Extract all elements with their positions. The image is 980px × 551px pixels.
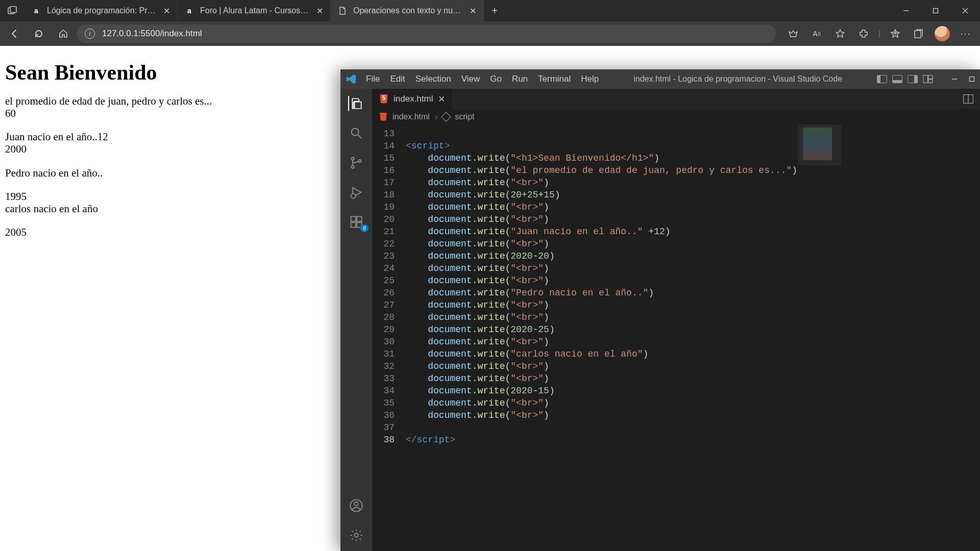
vscode-logo-icon [346,73,357,85]
close-icon[interactable]: ✕ [470,6,476,16]
browser-toolbar: i 127.0.0.1:5500/index.html A)) | ··· [0,21,980,46]
vscode-breadcrumb[interactable]: index.html › script [372,109,980,124]
svg-rect-23 [357,217,361,221]
toolbar-right: A)) | ··· [782,23,977,44]
favicon-alura-icon: a [32,6,41,15]
favicon-document-icon [338,6,347,15]
menu-run[interactable]: Run [512,74,528,84]
close-icon[interactable]: ✕ [163,6,170,16]
extensions-icon[interactable] [852,23,875,44]
svg-rect-13 [970,77,974,82]
breadcrumb-node: script [455,112,474,121]
vscode-code-editor[interactable]: 1314151617181920212223242526272829303132… [372,124,980,551]
tab-actions-button[interactable] [0,0,24,21]
svg-point-26 [354,533,358,537]
window-maximize-button[interactable] [969,76,975,82]
html5-icon [379,94,388,104]
new-tab-button[interactable]: + [484,0,505,21]
breadcrumb-file: index.html [393,112,430,121]
browser-titlebar: a Lógica de programación: Primer ✕ a For… [0,0,980,21]
layout-right-icon[interactable] [908,75,918,83]
svg-rect-9 [923,76,928,83]
divider: | [876,23,883,44]
home-button[interactable] [52,23,75,44]
tab-title: Lógica de programación: Primer [47,6,157,15]
window-minimize-button[interactable] [891,0,921,21]
tab-title: Operaciones con texto y numero [353,6,463,15]
svg-point-16 [351,157,354,160]
svg-point-18 [358,160,361,162]
vscode-editor-area: index.html ✕ index.html › script 1314151… [372,89,980,551]
read-aloud-icon[interactable]: A)) [805,23,828,44]
tab-title: Foro | Alura Latam - Cursos onlin [200,6,310,15]
settings-gear-icon[interactable] [349,528,364,543]
svg-rect-8 [915,31,921,38]
vscode-titlebar: File Edit Selection View Go Run Terminal… [340,69,980,89]
browser-tab-1[interactable]: a Foro | Alura Latam - Cursos onlin ✕ [178,0,331,21]
refresh-button[interactable] [28,23,50,44]
svg-point-19 [351,193,356,198]
favorite-star-icon[interactable] [829,23,851,44]
svg-rect-11 [928,80,933,83]
favorites-button[interactable] [884,23,906,44]
search-icon[interactable] [349,126,364,141]
menu-help[interactable]: Help [581,74,599,84]
svg-rect-20 [351,217,356,221]
svg-point-17 [351,166,354,168]
close-icon[interactable]: ✕ [316,6,323,16]
layout-custom-icon[interactable] [923,75,933,83]
minimap[interactable] [797,124,841,551]
vscode-window-title: index.html - Logica de programacion - Vi… [608,74,868,84]
menu-view[interactable]: View [461,74,480,84]
svg-line-15 [358,135,362,139]
profile-avatar[interactable] [931,23,953,44]
menu-go[interactable]: Go [490,74,502,84]
vscode-activitybar [340,89,372,551]
vscode-layout-controls [877,75,933,83]
vscode-editor-tabs: index.html ✕ [372,89,980,109]
accounts-icon[interactable] [349,498,364,513]
address-bar[interactable]: i 127.0.0.1:5500/index.html [77,24,776,43]
editor-tab-label: index.html [394,94,433,104]
svg-point-14 [352,129,359,136]
menu-terminal[interactable]: Terminal [538,74,571,84]
layout-left-icon[interactable] [877,75,887,83]
window-maximize-button[interactable] [921,0,950,21]
svg-rect-10 [928,76,933,79]
svg-point-25 [354,502,358,506]
more-menu-button[interactable]: ··· [954,23,977,44]
svg-rect-22 [357,222,361,227]
favicon-alura-icon: a [185,6,194,15]
close-icon[interactable]: ✕ [438,94,445,105]
layout-bottom-icon[interactable] [892,75,902,83]
vscode-window: File Edit Selection View Go Run Terminal… [340,69,980,551]
menu-selection[interactable]: Selection [415,74,451,84]
run-debug-icon[interactable] [349,185,364,200]
menu-edit[interactable]: Edit [390,74,405,84]
extensions-icon[interactable] [349,214,364,230]
collections-icon[interactable] [908,23,930,44]
source-control-icon[interactable] [349,155,364,170]
browser-tabs: a Lógica de programación: Primer ✕ a For… [24,0,484,21]
vscode-menu: File Edit Selection View Go Run Terminal… [366,74,599,84]
site-info-icon[interactable]: i [85,29,95,39]
browser-tab-0[interactable]: a Lógica de programación: Primer ✕ [24,0,178,21]
menu-file[interactable]: File [366,74,380,84]
split-editor-icon[interactable] [957,89,980,109]
vscode-window-controls [951,76,975,82]
script-node-icon [441,112,451,122]
editor-tab-index[interactable]: index.html ✕ [372,89,453,109]
url-text: 127.0.0.1:5500/index.html [102,29,202,39]
chevron-right-icon: › [435,112,437,121]
browser-tab-2[interactable]: Operaciones con texto y numero ✕ [331,0,484,21]
svg-rect-3 [934,9,938,13]
html5-icon [379,113,387,121]
svg-rect-1 [10,7,16,13]
window-controls [891,0,980,21]
svg-rect-21 [351,222,356,227]
back-button[interactable] [3,23,26,44]
shopping-icon[interactable] [782,23,804,44]
explorer-icon[interactable] [348,96,363,111]
window-close-button[interactable] [950,0,980,21]
window-minimize-button[interactable] [951,76,958,82]
